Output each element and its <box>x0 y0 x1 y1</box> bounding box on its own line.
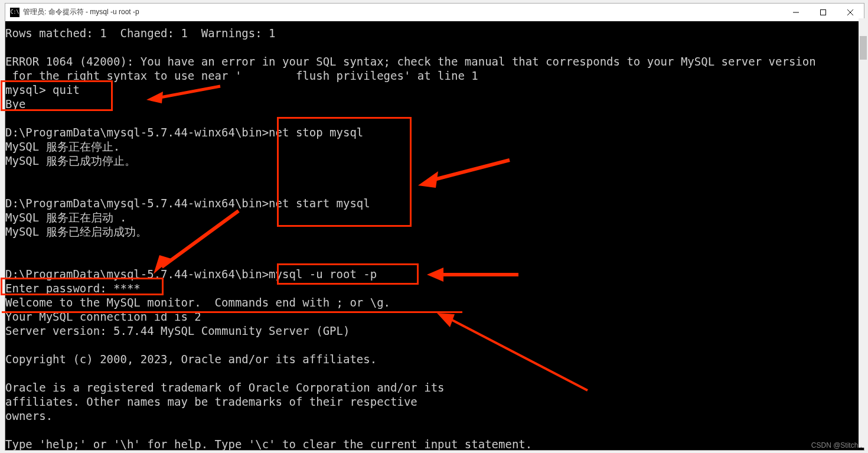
maximize-button[interactable] <box>810 4 837 21</box>
minimize-button[interactable] <box>782 4 810 21</box>
command-prompt-window: C:\ 管理员: 命令提示符 - mysql -u root -p Rows m… <box>5 3 864 451</box>
titlebar[interactable]: C:\ 管理员: 命令提示符 - mysql -u root -p <box>5 4 864 21</box>
window-title: 管理员: 命令提示符 - mysql -u root -p <box>23 7 782 17</box>
window-controls <box>782 4 864 21</box>
svg-rect-1 <box>821 9 826 15</box>
watermark: CSDN @Stitch . <box>811 441 862 449</box>
scrollbar-thumb[interactable] <box>860 36 867 60</box>
cmd-icon: C:\ <box>10 8 19 17</box>
terminal-area[interactable]: Rows matched: 1 Changed: 1 Warnings: 1 E… <box>5 21 864 450</box>
vertical-scrollbar[interactable] <box>859 18 868 448</box>
terminal-content: Rows matched: 1 Changed: 1 Warnings: 1 E… <box>5 26 816 450</box>
